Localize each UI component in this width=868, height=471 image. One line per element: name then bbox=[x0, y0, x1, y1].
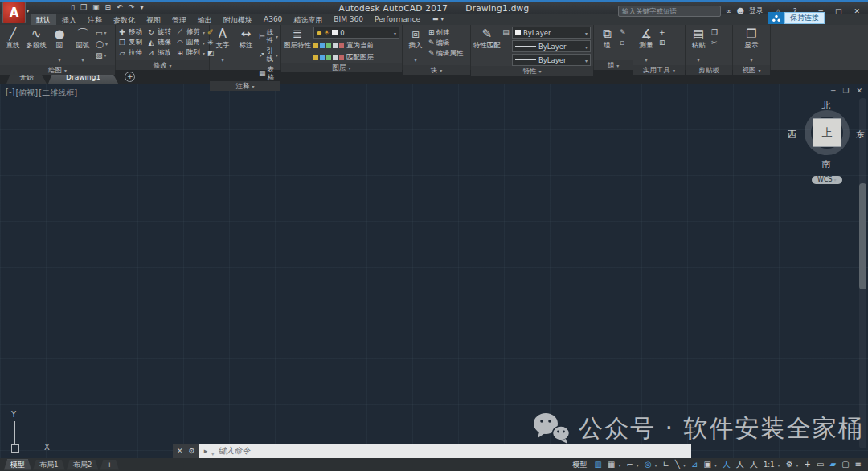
new-drawing-button[interactable]: + bbox=[125, 72, 135, 82]
fillet-caret-icon[interactable] bbox=[203, 39, 205, 47]
drawing-close-button[interactable]: ✕ bbox=[856, 87, 862, 95]
match-properties-button[interactable]: ✎ 特性匹配 bbox=[473, 27, 500, 50]
caret-down-icon[interactable]: ▾ bbox=[655, 462, 657, 468]
text-button[interactable]: A 文字 bbox=[212, 27, 233, 65]
color-dropdown-caret-icon[interactable] bbox=[585, 29, 588, 37]
mirror-button[interactable]: ◭镜像 bbox=[147, 38, 171, 47]
id-point-icon[interactable]: + bbox=[659, 28, 665, 36]
ribbon-tab[interactable]: 精选应用 bbox=[288, 14, 328, 25]
graphics-performance-icon[interactable]: ▰ bbox=[829, 460, 836, 469]
layout-tab[interactable]: 布局1 bbox=[33, 460, 65, 470]
new-layout-button[interactable]: + bbox=[100, 460, 119, 470]
trim-caret-icon[interactable] bbox=[203, 28, 205, 36]
linear-dim-button[interactable]: ⊢线性 bbox=[259, 28, 278, 44]
ungroup-icon[interactable]: ▫ bbox=[620, 39, 626, 47]
dynamic-input-icon[interactable]: ⊿ bbox=[691, 460, 698, 469]
command-close-icon[interactable]: ✕ bbox=[177, 447, 183, 455]
layout-tab[interactable]: 布局2 bbox=[67, 460, 99, 470]
layer-state-icon[interactable] bbox=[326, 55, 331, 60]
ellipse-caret-icon[interactable] bbox=[105, 39, 108, 48]
polyline-button[interactable]: ∿ 多段线 bbox=[26, 27, 47, 50]
view-controls-menu[interactable]: [俯视] bbox=[15, 88, 38, 99]
panel-modify-footer[interactable]: 修改 bbox=[116, 60, 209, 70]
caret-down-icon[interactable]: ▾ bbox=[637, 462, 639, 468]
circle-caret-icon[interactable] bbox=[58, 50, 60, 65]
insert-block-button[interactable]: ⧈ 插入 bbox=[405, 27, 426, 65]
layer-state-icon[interactable] bbox=[313, 43, 318, 48]
layer-state-icon[interactable] bbox=[339, 43, 344, 48]
clean-screen-icon[interactable]: ▢ bbox=[841, 460, 849, 469]
ribbon-tab[interactable]: 默认 bbox=[31, 14, 56, 25]
maximize-button[interactable]: □ bbox=[835, 7, 842, 15]
layer-state-icon[interactable] bbox=[320, 43, 325, 48]
app-menu-caret-icon[interactable]: ▾ bbox=[27, 8, 29, 14]
quick-calc-icon[interactable]: ⊞ bbox=[659, 39, 665, 47]
caret-down-icon[interactable]: ▾ bbox=[683, 462, 686, 468]
paste-button[interactable]: ▤ 粘贴 bbox=[688, 27, 709, 65]
table-button[interactable]: ▦表格 bbox=[259, 65, 278, 81]
user-icon[interactable]: ☻ bbox=[736, 7, 743, 15]
layer-state-icon[interactable] bbox=[326, 43, 331, 48]
create-block-button[interactable]: ⊞创建 bbox=[428, 28, 464, 36]
search-input[interactable]: 输入关键字或短语 bbox=[618, 6, 721, 17]
ribbon-tab[interactable]: 附加模块 bbox=[218, 14, 258, 25]
group-edit-icon[interactable]: ✎ bbox=[620, 28, 626, 36]
layout-tab[interactable]: 模型 bbox=[4, 460, 31, 470]
drawing-minimize-button[interactable]: ─ bbox=[831, 87, 835, 95]
ribbon-tab[interactable]: 参数化 bbox=[108, 14, 141, 25]
caret-down-icon[interactable]: ▾ bbox=[778, 462, 780, 468]
ribbon-options-icon[interactable]: ▬ ▾ bbox=[432, 14, 444, 25]
linetype-dropdown-caret-icon[interactable] bbox=[585, 56, 588, 64]
viewcube-south[interactable]: 南 bbox=[794, 158, 858, 170]
osnap-tracking-icon[interactable]: ╲ bbox=[675, 460, 680, 469]
annotation-monitor-icon[interactable]: + bbox=[805, 460, 811, 469]
ribbon-tab[interactable]: 视图 bbox=[141, 14, 166, 25]
ribbon-tab[interactable]: 插入 bbox=[56, 14, 82, 25]
panel-properties-footer[interactable]: 特性 bbox=[471, 66, 593, 76]
dimension-button[interactable]: ↔ 标注 bbox=[235, 27, 256, 50]
text-caret-icon[interactable] bbox=[221, 50, 223, 65]
wcs-menu[interactable]: WCS bbox=[812, 176, 842, 184]
copy-clip-icon[interactable]: ❐ bbox=[711, 28, 718, 36]
panel-groups-footer[interactable]: 组 bbox=[594, 60, 633, 70]
layer-state-icon[interactable] bbox=[313, 55, 318, 60]
ribbon-tab[interactable]: 管理 bbox=[166, 14, 192, 25]
panel-block-footer[interactable]: 块 bbox=[403, 65, 470, 75]
cut-icon[interactable]: ✂ bbox=[711, 39, 718, 47]
quick-properties-icon[interactable]: ▭ bbox=[817, 460, 824, 469]
sign-in-button[interactable]: 登录 bbox=[749, 6, 764, 16]
trim-button[interactable]: ⟋修剪 bbox=[176, 27, 205, 37]
measure-button[interactable]: ∡ 测量 bbox=[636, 27, 657, 65]
osnap-icon[interactable]: ▣ bbox=[703, 460, 710, 469]
caret-down-icon[interactable]: ▾ bbox=[796, 462, 799, 468]
stretch-button[interactable]: ▱拉伸 bbox=[118, 48, 142, 58]
a360-signin-popup[interactable]: 保持连接 bbox=[768, 12, 825, 24]
fillet-button[interactable]: ◠圆角 bbox=[176, 38, 205, 47]
close-button[interactable]: ✕ bbox=[854, 7, 860, 15]
leader-button[interactable]: ↗引线 bbox=[259, 47, 278, 63]
model-space-icon[interactable]: ▥ bbox=[595, 460, 602, 469]
ribbon-tab[interactable]: 注释 bbox=[82, 14, 108, 25]
polar-tracking-icon[interactable]: ◎ bbox=[645, 460, 652, 469]
panel-view-footer[interactable]: 视图 bbox=[733, 65, 770, 75]
ellipse-button[interactable]: ◯ bbox=[96, 39, 108, 48]
hatch-caret-icon[interactable] bbox=[104, 51, 107, 59]
ribbon-tab[interactable]: 输出 bbox=[192, 14, 218, 25]
layer-state-icon[interactable] bbox=[339, 55, 344, 60]
viewcube-top-face[interactable]: 上 bbox=[813, 118, 841, 147]
annotation-visibility-icon[interactable]: 人 bbox=[723, 460, 731, 469]
ribbon-tab[interactable]: BIM 360 bbox=[328, 14, 369, 25]
layer-dropdown-caret-icon[interactable] bbox=[394, 29, 396, 37]
search-icon[interactable]: ∞ bbox=[726, 7, 732, 15]
vertical-scrollbar-thumb[interactable] bbox=[859, 183, 866, 289]
viewcube-west[interactable]: 西 bbox=[788, 129, 796, 141]
panel-annotation-footer[interactable]: 注释 bbox=[210, 81, 280, 91]
array-caret-icon[interactable] bbox=[203, 49, 205, 57]
drawing-canvas[interactable]: [-] [俯视] [二维线框] ─ ❐ ✕ 北 西 东 南 上 WCS Y X bbox=[0, 84, 868, 458]
make-current-button[interactable]: 置为当前 bbox=[346, 41, 374, 51]
model-paper-toggle[interactable]: 模型 bbox=[573, 460, 588, 470]
autoscale-icon[interactable]: 人 bbox=[736, 460, 744, 469]
command-recent-caret-icon[interactable] bbox=[211, 444, 214, 459]
circle-button[interactable]: ● 圆 bbox=[49, 27, 70, 65]
leader-caret-icon[interactable] bbox=[276, 51, 278, 59]
